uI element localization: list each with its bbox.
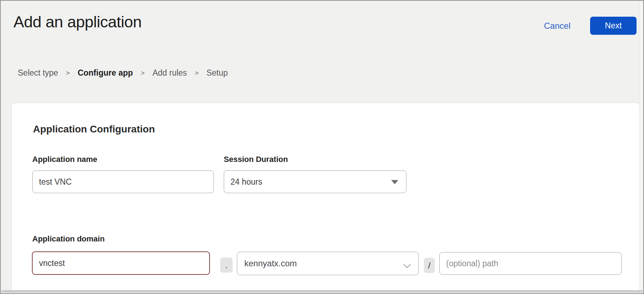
breadcrumb-step-select-type[interactable]: Select type bbox=[18, 68, 58, 78]
domain-select-value: kennyatx.com bbox=[244, 258, 297, 268]
caret-down-icon bbox=[391, 180, 398, 184]
application-domain-label: Application domain bbox=[32, 234, 105, 244]
session-duration-label: Session Duration bbox=[224, 155, 288, 164]
subdomain-input[interactable] bbox=[32, 251, 210, 275]
breadcrumb-step-setup[interactable]: Setup bbox=[206, 68, 228, 78]
vertical-scrollbar[interactable] bbox=[639, 1, 643, 290]
breadcrumb-separator: > bbox=[141, 69, 145, 77]
path-input[interactable] bbox=[439, 252, 622, 275]
page-title: Add an application bbox=[13, 13, 141, 31]
slash-separator: / bbox=[424, 258, 435, 273]
breadcrumb-step-add-rules[interactable]: Add rules bbox=[152, 68, 187, 78]
app-window: Add an application Cancel Next Select ty… bbox=[0, 0, 644, 294]
domain-select[interactable]: kennyatx.com bbox=[237, 252, 419, 275]
session-duration-value: 24 hours bbox=[231, 177, 262, 187]
breadcrumb-separator: > bbox=[195, 69, 199, 77]
horizontal-scrollbar[interactable] bbox=[1, 290, 643, 293]
breadcrumb-separator: > bbox=[66, 69, 70, 77]
next-button[interactable]: Next bbox=[590, 17, 637, 35]
application-name-label: Application name bbox=[32, 155, 97, 164]
section-title: Application Configuration bbox=[33, 124, 155, 135]
breadcrumb: Select type > Configure app > Add rules … bbox=[18, 68, 228, 78]
dot-separator: . bbox=[220, 257, 233, 273]
breadcrumb-step-configure-app[interactable]: Configure app bbox=[78, 68, 133, 78]
cancel-button[interactable]: Cancel bbox=[544, 21, 571, 31]
chevron-down-icon bbox=[403, 261, 411, 271]
configuration-card: Application Configuration Application na… bbox=[11, 103, 640, 292]
application-name-input[interactable] bbox=[32, 170, 214, 193]
session-duration-select[interactable]: 24 hours bbox=[224, 170, 406, 193]
